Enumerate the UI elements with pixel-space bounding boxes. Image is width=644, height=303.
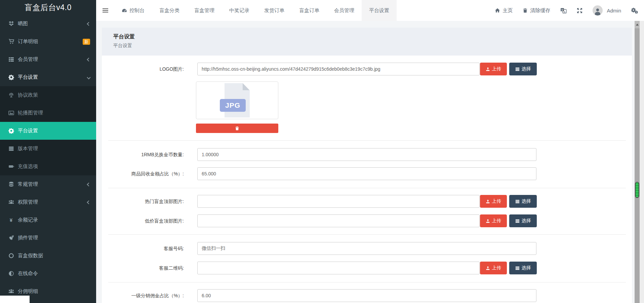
sidebar-item-carousel-mgmt[interactable]: 轮播图管理 [0,104,96,122]
choose-button[interactable]: 选择 [509,214,537,227]
tab-member-mgmt[interactable]: 会员管理 [327,0,362,21]
delete-image-button[interactable] [196,124,278,133]
home-link[interactable]: 主页 [495,7,513,14]
field-label: 商品回收金额占比（%）: [102,167,184,180]
choose-button[interactable]: 选择 [509,262,537,274]
form-row-service-qrcode: 客服二维码: 上传 选择 [102,262,632,274]
inner-scrollbar-track[interactable] [635,21,640,303]
user-menu[interactable]: Admin [593,5,621,15]
clear-cache-link[interactable]: 清除缓存 [523,7,550,14]
chevron-left-icon [87,200,90,204]
hamburger-menu-button[interactable] [96,0,114,21]
username: Admin [607,8,621,13]
sidebar-item-label: 充值选项 [18,163,90,170]
tab-platform-settings[interactable]: 平台设置 [362,0,397,21]
sidebar-item-general-mgmt[interactable]: 常规管理 [0,175,96,193]
service-number-input[interactable] [197,242,536,255]
sidebar-item-fake-data[interactable]: 盲盒假数据 [0,247,96,265]
avatar [593,5,603,15]
form-row-low-box-image: 低价盲盒顶部图片: 上传 选择 [102,214,632,227]
sidebar-item-member-mgmt[interactable]: 会员管理 [0,50,96,68]
jpg-file-icon: JPG [225,83,250,117]
divider [108,234,626,235]
form-row-hot-box-image: 热门盲盒顶部图片: 上传 选择 [102,195,632,208]
choose-button[interactable]: 选择 [509,63,537,75]
upload-button[interactable]: 上传 [480,262,507,274]
trash-icon [235,126,239,131]
choose-button[interactable]: 选择 [509,195,537,208]
settings-gears-icon[interactable] [631,7,638,13]
upload-button[interactable]: 上传 [480,63,507,75]
sidebar-item-permission-mgmt[interactable]: 权限管理 [0,193,96,211]
tab-shipping-orders[interactable]: 发货订单 [257,0,292,21]
sidebar-item-recharge-options[interactable]: 充值选项 [0,158,96,175]
tab-console[interactable]: 控制台 [114,0,152,21]
sidebar-submenu: 协议政策 轮播图管理 平台设置 版本管理 充值选项 [0,86,96,175]
logo-preview-box: JPG [196,81,278,119]
database-icon [8,181,14,187]
sidebar-item-version-mgmt[interactable]: 版本管理 [0,140,96,158]
upload-button[interactable]: 上传 [480,214,507,227]
upload-button[interactable]: 上传 [480,195,507,208]
adjust-icon [8,271,14,276]
yen-icon: ¥ [8,217,14,223]
sidebar-item-label: 在线命令 [18,270,90,277]
field-label: LOGO图片: [102,63,184,75]
users-icon [8,199,14,205]
sidebar-item-label: 权限管理 [18,199,87,205]
chevron-down-icon [87,75,90,79]
tab-box-orders[interactable]: 盲盒订单 [292,0,327,21]
translate-icon[interactable]: 文A [560,7,567,14]
list-icon [515,219,520,223]
tab-prize-records[interactable]: 中奖记录 [222,0,257,21]
field-label: 1RMB兑换金币数量: [102,148,184,161]
content-area: 平台设置 平台设置 LOGO图片: 上传 选择 [96,21,635,303]
page-subtitle: 平台设置 [113,43,632,49]
navbar-right-cluster: 主页 清除缓存 文A Admin [495,0,644,21]
upload-icon [486,219,490,223]
divider [108,282,626,282]
list-icon [515,67,520,71]
sidebar-bottom-notch [0,296,30,303]
upload-icon [486,199,490,204]
tab-box-category[interactable]: 盲盒分类 [152,0,187,21]
sidebar-item-online-command[interactable]: 在线命令 [0,265,96,282]
outer-scrollbar-track[interactable] [640,21,644,303]
sidebar-item-label: 轮播图管理 [18,110,90,116]
circle-outline-icon [8,253,14,259]
service-qrcode-input[interactable] [197,262,480,274]
tab-label: 发货订单 [264,7,284,14]
scrollbar-thumb[interactable] [635,182,639,198]
sidebar-item-order-detail[interactable]: 订单明细 新 [0,33,96,50]
gear-icon [8,128,14,134]
page-title: 平台设置 [113,33,632,40]
svg-text:文: 文 [561,8,564,11]
sidebar-item-balance-records[interactable]: ¥ 余额记录 [0,211,96,229]
sidebar-item-agreement-policy[interactable]: 协议政策 [0,86,96,104]
cart-icon [8,39,14,44]
dashboard-icon [122,8,127,13]
recycle-ratio-input[interactable] [197,167,536,180]
sidebar-item-platform-settings[interactable]: 平台设置 [0,68,96,86]
balance-scale-icon [8,92,14,98]
form-row-commission-ratio: 一级分销佣金占比（%）: [102,289,632,302]
sidebar-item-label: 常规管理 [18,181,87,188]
list-icon [8,57,14,62]
sidebar-item-photos[interactable]: 晒图 [0,15,96,33]
commission-ratio-input[interactable] [197,289,536,302]
scroll-up-arrow[interactable] [635,21,640,28]
rmb-gold-rate-input[interactable] [197,148,536,161]
hot-box-image-input[interactable] [197,195,480,208]
sidebar-item-label: 平台设置 [18,74,87,80]
sidebar-item-platform-settings-sub[interactable]: 平台设置 [0,122,96,140]
logo-url-input[interactable] [197,63,480,75]
sidebar-item-label: 余额记录 [18,217,90,223]
sidebar-item-label: 插件管理 [18,235,90,241]
tab-label: 盲盒订单 [299,7,319,14]
fullscreen-icon[interactable] [577,8,582,13]
low-box-image-input[interactable] [197,214,480,227]
sidebar-item-label: 订单明细 [18,38,83,45]
tab-box-mgmt[interactable]: 盲盒管理 [187,0,222,21]
sidebar-item-label: 平台设置 [18,128,90,134]
sidebar-item-plugin-mgmt[interactable]: 插件管理 [0,229,96,247]
